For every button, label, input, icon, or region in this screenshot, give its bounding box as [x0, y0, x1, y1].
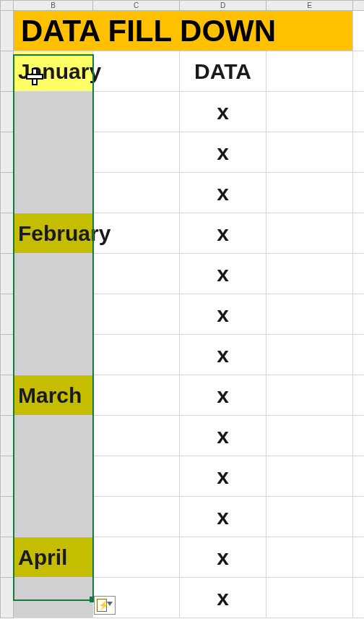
row-header[interactable] [1, 375, 14, 416]
cell[interactable] [266, 132, 353, 173]
table-row[interactable]: January DATA [1, 51, 365, 92]
cell[interactable] [266, 294, 353, 335]
row-header[interactable] [1, 213, 14, 254]
cell[interactable] [353, 213, 365, 254]
row-header[interactable] [1, 335, 14, 375]
row-header[interactable] [1, 173, 14, 213]
cell[interactable] [93, 132, 180, 173]
row-header[interactable] [1, 92, 14, 132]
cell[interactable] [93, 497, 180, 537]
col-header-C[interactable]: C [93, 1, 180, 11]
cell[interactable] [266, 497, 353, 537]
cell-month-april[interactable]: April [14, 537, 93, 578]
table-row[interactable]: x [1, 497, 365, 537]
cell[interactable] [266, 416, 353, 456]
cell-data[interactable]: x [180, 537, 266, 578]
table-row[interactable]: x [1, 335, 365, 375]
table-row[interactable]: x [1, 578, 365, 618]
table-row[interactable]: x [1, 416, 365, 456]
cell[interactable] [353, 132, 365, 173]
cell[interactable] [266, 254, 353, 294]
cell-data[interactable]: x [180, 375, 266, 416]
title-cell[interactable]: DATA FILL DOWN [14, 11, 353, 51]
cell[interactable] [93, 335, 180, 375]
select-all-corner[interactable] [1, 1, 14, 11]
cell-selected[interactable] [14, 416, 93, 456]
cell[interactable] [93, 294, 180, 335]
cell-month-february[interactable]: February [14, 213, 93, 254]
col-header-D[interactable]: D [180, 1, 266, 11]
table-row[interactable]: February x [1, 213, 365, 254]
cell-data[interactable]: x [180, 456, 266, 497]
cell-data-header[interactable]: DATA [180, 51, 266, 92]
cell[interactable] [266, 335, 353, 375]
cell[interactable] [266, 92, 353, 132]
cell[interactable] [353, 254, 365, 294]
cell[interactable] [266, 578, 353, 618]
cell-data[interactable]: x [180, 578, 266, 618]
cell[interactable] [266, 51, 353, 92]
cell[interactable] [353, 335, 365, 375]
cell[interactable] [93, 416, 180, 456]
cell[interactable] [266, 456, 353, 497]
cell[interactable] [353, 578, 365, 618]
row-header[interactable] [1, 51, 14, 92]
cell-data[interactable]: x [180, 132, 266, 173]
cell[interactable] [353, 497, 365, 537]
cell-data[interactable]: x [180, 497, 266, 537]
table-row[interactable]: April x [1, 537, 365, 578]
cell[interactable] [353, 11, 365, 51]
cell[interactable] [93, 537, 180, 578]
table-row[interactable]: x [1, 92, 365, 132]
cell[interactable] [353, 537, 365, 578]
cell-selected[interactable] [14, 173, 93, 213]
cell-data[interactable]: x [180, 92, 266, 132]
cell[interactable] [353, 92, 365, 132]
cell[interactable] [353, 416, 365, 456]
cell[interactable] [266, 213, 353, 254]
row-header[interactable] [1, 11, 14, 51]
cell-data[interactable]: x [180, 254, 266, 294]
cell[interactable] [353, 375, 365, 416]
row-header[interactable] [1, 578, 14, 618]
cell[interactable] [266, 375, 353, 416]
row-header[interactable] [1, 537, 14, 578]
cell-selected[interactable] [14, 254, 93, 294]
cell-selected[interactable] [14, 456, 93, 497]
cell[interactable] [266, 173, 353, 213]
row-header[interactable] [1, 416, 14, 456]
cell[interactable] [93, 456, 180, 497]
table-row[interactable]: x [1, 254, 365, 294]
row-header[interactable] [1, 456, 14, 497]
row-header[interactable] [1, 132, 14, 173]
cell[interactable] [93, 173, 180, 213]
table-row[interactable]: x [1, 294, 365, 335]
cell[interactable] [353, 294, 365, 335]
col-header-B[interactable]: B [14, 1, 93, 11]
column-header-row[interactable]: B C D E [1, 1, 365, 11]
cell-data[interactable]: x [180, 294, 266, 335]
spreadsheet-grid[interactable]: B C D E DATA FILL DOWN January DATA x x [0, 0, 364, 618]
row-header[interactable] [1, 254, 14, 294]
cell-selected[interactable] [14, 497, 93, 537]
title-row[interactable]: DATA FILL DOWN [1, 11, 365, 51]
cell-selected[interactable] [14, 132, 93, 173]
cell[interactable] [93, 92, 180, 132]
cell-selected[interactable] [14, 294, 93, 335]
table-row[interactable]: x [1, 132, 365, 173]
cell[interactable] [353, 173, 365, 213]
cell[interactable] [353, 456, 365, 497]
cell-data[interactable]: x [180, 335, 266, 375]
paste-options-button[interactable]: ⚡ [94, 596, 116, 615]
cell-selected[interactable] [14, 335, 93, 375]
col-header-E[interactable]: E [266, 1, 353, 11]
row-header[interactable] [1, 497, 14, 537]
cell-selected[interactable] [14, 92, 93, 132]
cell[interactable] [353, 51, 365, 92]
col-header-F[interactable] [353, 1, 365, 11]
cell-data[interactable]: x [180, 416, 266, 456]
table-row[interactable]: March x [1, 375, 365, 416]
table-row[interactable]: x [1, 456, 365, 497]
cell-data[interactable]: x [180, 213, 266, 254]
cell-month-january[interactable]: January [14, 51, 93, 92]
